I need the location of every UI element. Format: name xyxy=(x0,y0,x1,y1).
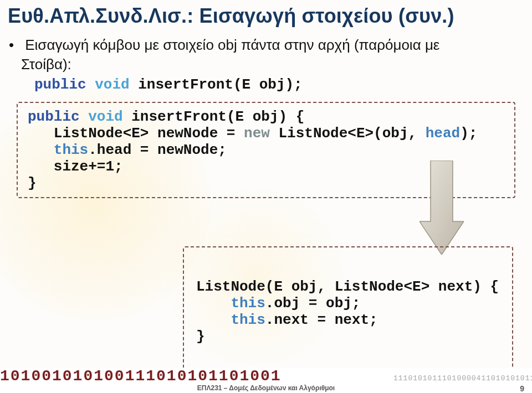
bullet-line2: Στοίβα): xyxy=(21,56,71,73)
binary-right: 11101010111010000411010101011101000041 xyxy=(393,370,532,382)
ctor-l4: } xyxy=(196,328,502,345)
footer-course: ΕΠΛ231 – Δομές Δεδομένων και Αλγόριθμοι xyxy=(0,384,532,393)
code-l2: ListNode<E> newNode = new ListNode<E>(ob… xyxy=(28,125,504,142)
binary-strip: 101001010100111010101101001 111010101110… xyxy=(0,368,532,384)
code-l1: public void insertFront(E obj) { xyxy=(28,108,504,125)
sig-name: insertFront(E obj); xyxy=(138,76,302,93)
page-number: 9 xyxy=(520,384,524,393)
ctor-l1: ListNode(E obj, ListNode<E> next) { xyxy=(196,278,502,295)
ctor-l2: this.obj = obj; xyxy=(196,295,502,312)
bullet-insert-front: Εισαγωγή κόμβου με στοιχείο obj πάντα στ… xyxy=(21,35,524,74)
code-box-constructor: ListNode(E obj, ListNode<E> next) { this… xyxy=(183,246,513,371)
kw-void: void xyxy=(95,76,129,93)
page-title: Ευθ.Απλ.Συνδ.Λισ.: Εισαγωγή στοιχείου (σ… xyxy=(8,4,524,28)
method-signature: public void insertFront(E obj); xyxy=(34,76,524,93)
ctor-l3: this.next = next; xyxy=(196,312,502,328)
arrow-down-icon xyxy=(420,161,464,255)
bullet-line1: Εισαγωγή κόμβου με στοιχείο obj πάντα στ… xyxy=(25,37,439,53)
footer: 101001010100111010101101001 111010101110… xyxy=(0,368,532,393)
binary-left: 101001010100111010101101001 xyxy=(0,368,393,384)
slide: Ευθ.Απλ.Συνδ.Λισ.: Εισαγωγή στοιχείου (σ… xyxy=(0,0,532,393)
code-l3: this.head = newNode; xyxy=(28,142,504,158)
kw-public: public xyxy=(34,76,86,93)
